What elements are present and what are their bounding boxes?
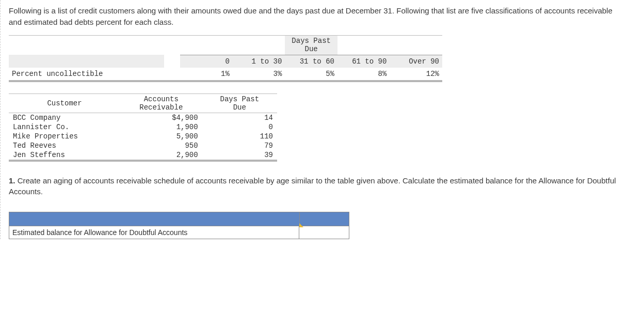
customer-name: Lannister Co. [9, 122, 120, 132]
customer-header-row: Customer AccountsReceivable Days PastDue [9, 94, 277, 113]
table-row: Ted Reeves 950 79 [9, 141, 277, 150]
percent-row-label: Percent uncollectible [9, 68, 164, 80]
days-header-label: Days PastDue [220, 95, 260, 112]
customer-ar: 5,900 [120, 132, 202, 141]
bucket-header: 1 to 30 [233, 55, 285, 68]
customer-days: 39 [202, 150, 277, 160]
customer-header-label: Customer [47, 99, 82, 107]
empty-cell [9, 36, 164, 55]
customer-days: 79 [202, 141, 277, 150]
customer-ar: $4,900 [120, 113, 202, 122]
customer-days: 14 [202, 113, 277, 122]
customer-ar: 950 [120, 141, 202, 150]
answer-box: Estimated balance for Allowance for Doub… [9, 212, 349, 239]
answer-input-cell[interactable] [299, 226, 349, 239]
customer-table: Customer AccountsReceivable Days PastDue… [9, 94, 277, 160]
percent-table-wrap: Days Past Due 0 1 to 30 31 to 60 61 to 9… [9, 35, 442, 82]
customer-name: BCC Company [9, 113, 120, 122]
customer-days: 0 [202, 122, 277, 132]
answer-header-bar [9, 212, 349, 226]
question-number: 1. [9, 176, 15, 185]
intro-paragraph: Following is a list of credit customers … [9, 5, 616, 28]
empty-cell [9, 55, 164, 68]
ar-header: AccountsReceivable [120, 94, 202, 113]
question-text: Create an aging of accounts receivable s… [9, 176, 616, 196]
percent-value: 8% [337, 68, 390, 80]
bucket-header: 0 [180, 55, 232, 68]
page-container: Following is a list of credit customers … [0, 0, 624, 239]
answer-label: Estimated balance for Allowance for Doub… [9, 226, 299, 239]
blue-bar-left [9, 212, 300, 226]
answer-row: Estimated balance for Allowance for Doub… [9, 226, 349, 239]
table-row: Mike Properties 5,900 110 [9, 132, 277, 141]
allowance-input[interactable] [299, 226, 349, 239]
bucket-header: 31 to 60 [285, 55, 337, 68]
days-past-due-label: Days Past Due [289, 37, 333, 54]
empty-cell [390, 36, 442, 55]
ar-header-label: AccountsReceivable [139, 95, 183, 112]
customer-header: Customer [9, 94, 120, 113]
days-header: Days PastDue [202, 94, 277, 113]
customer-days: 110 [202, 132, 277, 141]
percent-value: 3% [233, 68, 285, 80]
customer-name: Jen Steffens [9, 150, 120, 160]
empty-cell [180, 36, 232, 55]
empty-cell [337, 36, 390, 55]
percent-value: 12% [390, 68, 442, 80]
table-row: BCC Company $4,900 14 [9, 113, 277, 122]
bucket-header: Over 90 [390, 55, 442, 68]
gap-cell [164, 55, 181, 68]
customer-ar: 1,900 [120, 122, 202, 132]
percent-value-row: Percent uncollectible 1% 3% 5% 8% 12% [9, 68, 442, 80]
percent-value: 5% [285, 68, 337, 80]
percent-header-row-2: 0 1 to 30 31 to 60 61 to 90 Over 90 [9, 55, 442, 68]
gap-cell [164, 36, 181, 55]
customer-ar: 2,900 [120, 150, 202, 160]
group-header-cell: Days Past Due [285, 36, 337, 55]
bucket-header: 61 to 90 [337, 55, 390, 68]
percent-header-row-1: Days Past Due [9, 36, 442, 55]
customer-name: Mike Properties [9, 132, 120, 141]
customer-table-wrap: Customer AccountsReceivable Days PastDue… [9, 93, 277, 162]
percent-table: Days Past Due 0 1 to 30 31 to 60 61 to 9… [9, 36, 442, 80]
gap-cell [164, 68, 181, 80]
customer-name: Ted Reeves [9, 141, 120, 150]
question-paragraph: 1. Create an aging of accounts receivabl… [9, 175, 616, 198]
empty-cell [233, 36, 285, 55]
blue-bar-right [300, 212, 349, 226]
percent-value: 1% [180, 68, 232, 80]
table-row: Lannister Co. 1,900 0 [9, 122, 277, 132]
table-row: Jen Steffens 2,900 39 [9, 150, 277, 160]
